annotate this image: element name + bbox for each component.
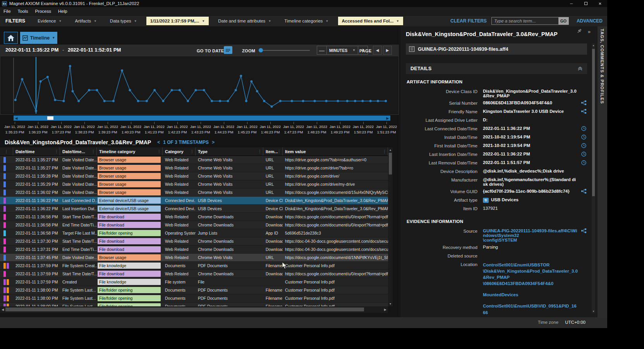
chart-scroll-right-icon[interactable]: ▶ — [385, 116, 390, 120]
close-button[interactable]: ✕ — [593, 0, 607, 7]
zoom-slider-track[interactable] — [259, 50, 310, 51]
page-next-button[interactable]: ▶ — [383, 46, 392, 55]
table-vscroll-thumb[interactable] — [389, 153, 392, 174]
table-vertical-scrollbar[interactable]: ▲ ▼ — [388, 147, 393, 306]
hierarchy-icon[interactable] — [578, 228, 587, 242]
filter-dropdown[interactable]: Date and time attributes▼ — [214, 17, 275, 25]
case-dashboard-button[interactable] — [4, 32, 18, 44]
table-hscroll-thumb[interactable] — [5, 308, 364, 311]
clock-icon[interactable] — [578, 160, 587, 166]
tags-comments-profiles-tab[interactable]: TAGS, COMMENTS & PROFILES — [598, 26, 607, 317]
location-link[interactable]: ControlSet001\Enum\USBSTOR\Disk&Ven_King… — [483, 262, 578, 287]
data-point[interactable] — [314, 100, 316, 102]
table-row[interactable]: 2022-01-11 1:35:29 PMDate Visited Date..… — [0, 180, 388, 188]
data-point[interactable] — [112, 100, 115, 102]
column-header[interactable]: Date/time...⋮ — [60, 147, 97, 155]
table-row[interactable]: 2022-01-11 1:36:58 PMStart Time Date/T..… — [0, 213, 388, 221]
table-row[interactable]: 2022-01-11 1:37:59 PMFile System Creat..… — [0, 262, 388, 270]
data-point[interactable] — [240, 75, 242, 77]
data-point[interactable] — [245, 100, 247, 102]
data-point[interactable] — [77, 100, 80, 102]
page-previous-button[interactable]: ◀ — [373, 46, 382, 55]
go-to-date-label[interactable]: GO TO DATE — [197, 48, 224, 53]
table-row[interactable]: 2022-01-11 1:38:00 PMFile System Last...… — [0, 294, 388, 302]
chart-scrollbar-thumb[interactable] — [47, 116, 53, 120]
data-point[interactable] — [162, 100, 164, 102]
data-point[interactable] — [361, 100, 364, 102]
data-point[interactable] — [69, 65, 71, 67]
data-point[interactable] — [263, 100, 265, 102]
hierarchy-icon[interactable] — [578, 109, 587, 115]
data-point[interactable] — [39, 80, 42, 83]
data-point[interactable] — [153, 89, 156, 91]
menu-item-file[interactable]: File — [0, 7, 14, 16]
table-row[interactable]: 2022-01-11 1:37:59 PMCreatedFile knowled… — [0, 278, 388, 286]
table-row[interactable]: 2022-01-11 1:36:58 PMEnd Time Date/Ti...… — [0, 221, 388, 229]
hierarchy-icon[interactable] — [578, 100, 587, 107]
column-header[interactable]: Date/time⋮ — [13, 147, 60, 155]
data-point[interactable] — [271, 105, 273, 108]
filter-dropdown[interactable]: Artifacts▼ — [71, 17, 100, 25]
scroll-right-icon[interactable]: ▶ — [384, 308, 386, 311]
search-go-button[interactable]: GO — [558, 17, 568, 25]
table-row[interactable]: 2022-01-11 1:36:02 PMDate Visited Date..… — [0, 188, 388, 197]
data-point[interactable] — [279, 100, 282, 102]
view-selector-timeline[interactable]: Timeline ▼ — [20, 32, 57, 44]
filter-dropdown[interactable]: Data types▼ — [106, 17, 141, 25]
data-point[interactable] — [203, 89, 205, 91]
details-scroll-thumb[interactable] — [592, 49, 595, 196]
scroll-down-icon[interactable]: ▼ — [388, 302, 393, 305]
scroll-down-icon[interactable]: ▼ — [592, 310, 595, 313]
chart-scrollbar[interactable]: ◀ ▶ — [14, 116, 390, 121]
data-point[interactable] — [325, 100, 328, 102]
unit-select[interactable]: MINUTES ▼ — [326, 46, 358, 54]
chart-scroll-left-icon[interactable]: ◀ — [14, 116, 19, 120]
filter-dropdown[interactable]: Timeline categories▼ — [280, 17, 332, 25]
data-point[interactable] — [291, 100, 293, 102]
table-row[interactable]: 2022-01-11 1:35:28 PMDate Visited Date..… — [0, 172, 388, 180]
data-point[interactable] — [129, 89, 131, 91]
search-input[interactable] — [492, 17, 558, 24]
data-point[interactable] — [211, 100, 213, 102]
table-row[interactable]: 2022-01-11 1:38:00 PMFile System Last...… — [0, 286, 388, 294]
data-point[interactable] — [96, 89, 98, 91]
data-point[interactable] — [62, 100, 65, 102]
table-row[interactable]: 2022-01-11 1:36:22 PMLast Insertion Dat.… — [0, 205, 388, 213]
column-header[interactable]: Category⋮ — [163, 147, 196, 155]
data-point[interactable] — [337, 100, 339, 102]
column-header[interactable]: Type⋮ — [196, 147, 263, 155]
filter-dropdown[interactable]: 1/11/2022 1:37:59 PM,...▼ — [146, 17, 209, 25]
data-point[interactable] — [137, 100, 139, 102]
clock-icon[interactable] — [578, 135, 587, 141]
data-point[interactable] — [250, 80, 252, 83]
column-header[interactable]: Item...⋮ — [263, 147, 283, 155]
source-link[interactable]: GUINEA-PIG-20220111-104939-files.aff4\C\… — [483, 228, 578, 242]
collapse-panel-icon[interactable]: » — [588, 29, 591, 35]
table-row[interactable]: 2022-01-11 1:36:58 PMTarget File Last M.… — [0, 229, 388, 237]
collapse-section-icon[interactable] — [578, 67, 582, 71]
timestamp-prev-button[interactable]: < — [157, 140, 160, 145]
location-link[interactable]: MountedDevices — [483, 292, 578, 298]
details-section-header[interactable]: DETAILS — [406, 63, 587, 74]
data-point[interactable] — [187, 100, 189, 102]
column-header[interactable]: Item value⋮ — [283, 147, 388, 155]
advanced-search-button[interactable]: ADVANCED — [577, 18, 603, 24]
pin-icon[interactable] — [577, 29, 582, 33]
menu-item-tools[interactable]: Tools — [14, 7, 32, 16]
menu-item-help[interactable]: Help — [55, 7, 71, 16]
data-point[interactable] — [88, 89, 90, 91]
data-point[interactable] — [235, 89, 237, 91]
filter-dropdown[interactable]: Accessed files and Fol...▼ — [338, 17, 404, 25]
data-point[interactable] — [385, 100, 387, 102]
data-point[interactable] — [72, 90, 74, 92]
calendar-icon[interactable] — [224, 46, 232, 54]
data-point[interactable] — [146, 100, 148, 102]
timestamp-next-button[interactable]: > — [212, 140, 215, 145]
table-row[interactable]: 2022-01-11 1:38:00 PMFile System Last...… — [0, 302, 388, 306]
location-link[interactable]: ControlSet001\Enum\USB\VID_0951&PID_1666… — [483, 303, 578, 317]
table-row[interactable]: 2022-01-11 1:37:30 PMStart Time Date/T..… — [0, 237, 388, 245]
clear-filters-button[interactable]: CLEAR FILTERS — [450, 18, 487, 24]
table-row[interactable]: 2022-01-11 1:36:22 PMLast Connected D...… — [0, 197, 388, 205]
maximize-button[interactable] — [579, 0, 593, 7]
data-point[interactable] — [179, 89, 181, 91]
